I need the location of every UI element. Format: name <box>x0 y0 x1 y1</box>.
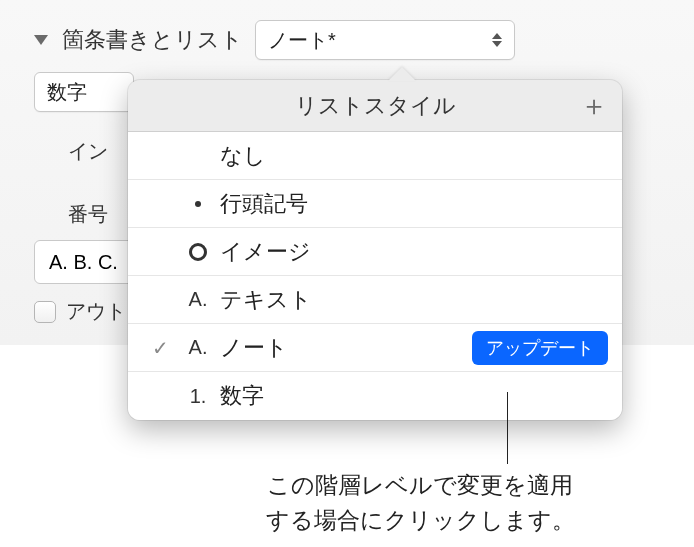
callout-line2: する場合にクリックします。 <box>266 507 575 533</box>
indent-label: イン <box>68 138 108 165</box>
marker-text: A. <box>176 288 220 311</box>
number-label: 番号 <box>68 201 108 228</box>
style-item-none[interactable]: なし <box>128 132 622 180</box>
checkmark-icon: ✓ <box>144 336 176 360</box>
circle-icon <box>176 243 220 261</box>
callout-text: この階層レベルで変更を適用 する場合にクリックします。 <box>160 468 680 537</box>
add-style-button[interactable]: ＋ <box>580 92 608 120</box>
chevrons-icon <box>492 33 502 47</box>
disclosure-icon <box>34 35 48 45</box>
section-header[interactable]: 箇条書きとリスト <box>34 25 243 55</box>
style-label: なし <box>220 141 266 171</box>
style-item-number[interactable]: 1. 数字 <box>128 372 622 420</box>
style-list: なし 行頭記号 イメージ A. テキスト ✓ A. ノート アップデート 1. … <box>128 132 622 420</box>
style-item-text[interactable]: A. テキスト <box>128 276 622 324</box>
style-label: ノート <box>220 333 288 363</box>
list-type-select[interactable]: 数字 <box>34 72 134 112</box>
outline-checkbox[interactable] <box>34 301 56 323</box>
style-label: テキスト <box>220 285 312 315</box>
callout-line1: この階層レベルで変更を適用 <box>267 472 573 498</box>
style-item-image[interactable]: イメージ <box>128 228 622 276</box>
callout-line <box>507 392 508 464</box>
outline-label: アウト <box>66 298 126 325</box>
style-item-bullet[interactable]: 行頭記号 <box>128 180 622 228</box>
update-button[interactable]: アップデート <box>472 331 608 365</box>
style-label: 行頭記号 <box>220 189 308 219</box>
list-style-select[interactable]: ノート* <box>255 20 515 60</box>
style-label: 数字 <box>220 381 264 411</box>
bullet-icon <box>176 201 220 207</box>
section-title: 箇条書きとリスト <box>62 25 243 55</box>
number-format-value: A. B. C. <box>49 251 118 274</box>
style-label: イメージ <box>220 237 311 267</box>
style-item-note[interactable]: ✓ A. ノート アップデート <box>128 324 622 372</box>
popover-header: リストスタイル ＋ <box>128 80 622 132</box>
marker-text: A. <box>176 336 220 359</box>
list-type-value: 数字 <box>47 79 87 106</box>
marker-text: 1. <box>176 385 220 408</box>
list-style-popover: リストスタイル ＋ なし 行頭記号 イメージ A. テキスト ✓ A. ノート <box>128 80 622 420</box>
list-style-value: ノート* <box>268 27 336 54</box>
popover-title: リストスタイル <box>295 91 456 121</box>
